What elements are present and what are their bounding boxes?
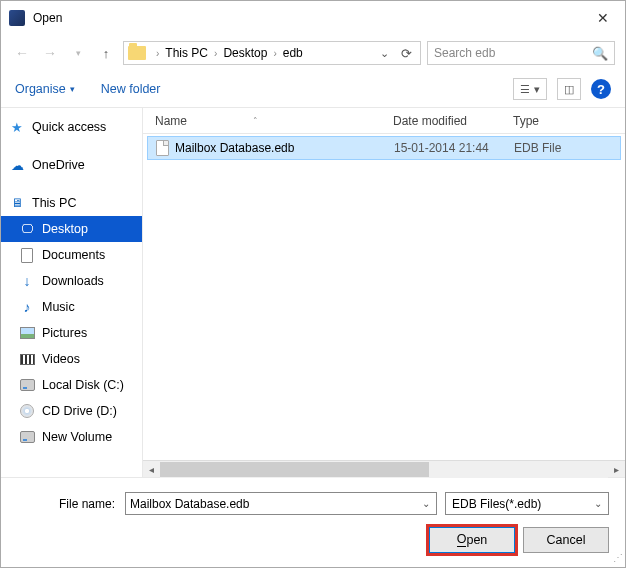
help-button[interactable]: ? — [591, 79, 611, 99]
cloud-icon: ☁ — [9, 157, 25, 173]
scroll-right-icon[interactable]: ▸ — [608, 461, 625, 478]
download-icon: ↓ — [19, 273, 35, 289]
filetype-filter[interactable]: EDB Files(*.edb) ⌄ — [445, 492, 609, 515]
music-icon: ♪ — [19, 299, 35, 315]
column-date[interactable]: Date modified — [393, 114, 513, 128]
search-input[interactable]: Search edb 🔍 — [427, 41, 615, 65]
filename-label: File name: — [17, 497, 117, 511]
up-button[interactable]: ↑ — [95, 42, 117, 64]
bottom-panel: File name: Mailbox Database.edb ⌄ EDB Fi… — [1, 477, 625, 567]
view-options-button[interactable]: ☰ ▾ — [513, 78, 547, 100]
file-list-empty-area[interactable] — [143, 160, 625, 460]
address-dropdown-icon[interactable]: ⌄ — [380, 47, 389, 60]
breadcrumb-edb[interactable]: edb — [281, 46, 305, 60]
scroll-left-icon[interactable]: ◂ — [143, 461, 160, 478]
search-icon: 🔍 — [592, 46, 608, 61]
new-folder-button[interactable]: New folder — [101, 82, 161, 96]
chevron-down-icon[interactable]: ⌄ — [422, 498, 430, 509]
column-type[interactable]: Type — [513, 114, 625, 128]
pc-icon: 🖥 — [9, 195, 25, 211]
scroll-thumb[interactable] — [160, 462, 429, 477]
preview-pane-button[interactable]: ◫ — [557, 78, 581, 100]
organise-menu[interactable]: Organise ▾ — [15, 82, 75, 96]
main-area: ★ Quick access ☁ OneDrive 🖥 This PC 🖵 De… — [1, 107, 625, 477]
videos-icon — [19, 351, 35, 367]
recent-dropdown[interactable]: ▾ — [67, 42, 89, 64]
sidebar-item-desktop[interactable]: 🖵 Desktop — [1, 216, 142, 242]
file-row-selected[interactable]: Mailbox Database.edb 15-01-2014 21:44 ED… — [147, 136, 621, 160]
chevron-right-icon: › — [269, 48, 280, 59]
sidebar: ★ Quick access ☁ OneDrive 🖥 This PC 🖵 De… — [1, 108, 143, 477]
file-pane: Name ˄ Date modified Type Mailbox Databa… — [143, 108, 625, 477]
chevron-right-icon: › — [210, 48, 221, 59]
sidebar-item-videos[interactable]: Videos — [1, 346, 142, 372]
back-button[interactable]: ← — [11, 42, 33, 64]
file-type: EDB File — [514, 141, 620, 155]
horizontal-scrollbar[interactable]: ◂ ▸ — [143, 460, 625, 477]
sidebar-item-quickaccess[interactable]: ★ Quick access — [1, 114, 142, 140]
close-button[interactable]: ✕ — [580, 3, 625, 33]
app-icon — [9, 10, 25, 26]
toolbar: Organise ▾ New folder ☰ ▾ ◫ ? — [1, 71, 625, 107]
column-headers: Name ˄ Date modified Type — [143, 108, 625, 134]
star-icon: ★ — [9, 119, 25, 135]
disk-icon — [19, 429, 35, 445]
chevron-down-icon: ▾ — [70, 84, 75, 94]
sort-indicator-icon: ˄ — [253, 116, 258, 126]
address-bar[interactable]: › This PC › Desktop › edb ⌄ ⟳ — [123, 41, 421, 65]
chevron-right-icon: › — [152, 48, 163, 59]
sidebar-item-localdisk[interactable]: Local Disk (C:) — [1, 372, 142, 398]
sidebar-item-newvolume[interactable]: New Volume — [1, 424, 142, 450]
desktop-icon: 🖵 — [19, 221, 35, 237]
disk-icon — [19, 377, 35, 393]
breadcrumb-desktop[interactable]: Desktop — [221, 46, 269, 60]
resize-grip-icon[interactable]: ⋰ — [613, 552, 621, 563]
window-title: Open — [33, 11, 580, 25]
open-button[interactable]: Open — [429, 527, 515, 553]
cd-icon — [19, 403, 35, 419]
search-placeholder: Search edb — [434, 46, 495, 60]
file-icon — [156, 140, 169, 156]
file-name: Mailbox Database.edb — [175, 141, 294, 155]
breadcrumb-root[interactable]: This PC — [163, 46, 210, 60]
file-date: 15-01-2014 21:44 — [394, 141, 514, 155]
nav-row: ← → ▾ ↑ › This PC › Desktop › edb ⌄ ⟳ Se… — [1, 35, 625, 71]
refresh-icon[interactable]: ⟳ — [397, 46, 416, 61]
cancel-button[interactable]: Cancel — [523, 527, 609, 553]
sidebar-item-music[interactable]: ♪ Music — [1, 294, 142, 320]
sidebar-item-thispc[interactable]: 🖥 This PC — [1, 190, 142, 216]
sidebar-item-onedrive[interactable]: ☁ OneDrive — [1, 152, 142, 178]
pictures-icon — [19, 325, 35, 341]
document-icon — [19, 247, 35, 263]
titlebar: Open ✕ — [1, 1, 625, 35]
open-dialog: Open ✕ ← → ▾ ↑ › This PC › Desktop › edb… — [0, 0, 626, 568]
column-name[interactable]: Name ˄ — [143, 114, 393, 128]
chevron-down-icon[interactable]: ⌄ — [594, 498, 602, 509]
folder-icon — [128, 46, 146, 60]
sidebar-item-cddrive[interactable]: CD Drive (D:) — [1, 398, 142, 424]
filename-input[interactable]: Mailbox Database.edb ⌄ — [125, 492, 437, 515]
sidebar-item-documents[interactable]: Documents — [1, 242, 142, 268]
sidebar-item-pictures[interactable]: Pictures — [1, 320, 142, 346]
sidebar-item-downloads[interactable]: ↓ Downloads — [1, 268, 142, 294]
forward-button[interactable]: → — [39, 42, 61, 64]
